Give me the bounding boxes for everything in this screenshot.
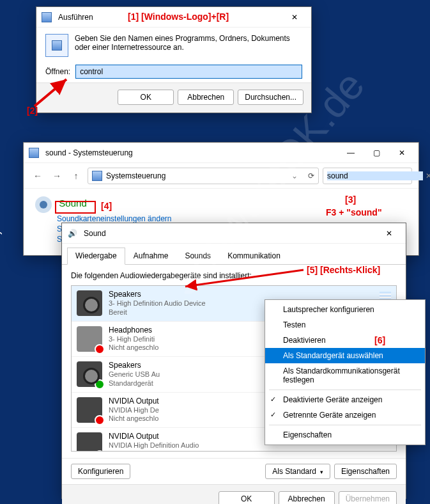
ctx-show-disconnected[interactable]: ✓Getrennte Geräte anzeigen xyxy=(265,407,425,423)
ctx-set-default-comm[interactable]: Als Standardkommunikationsgerät festlege… xyxy=(265,363,425,388)
cancel-button[interactable]: Abbrechen xyxy=(279,491,335,504)
tab-playback[interactable]: Wiedergabe xyxy=(67,248,125,265)
ctx-disable[interactable]: Deaktivieren xyxy=(265,333,425,348)
menu-separator xyxy=(269,425,421,425)
device-name: Speakers xyxy=(109,290,373,299)
run-title: Ausführen xyxy=(58,13,93,22)
menu-separator xyxy=(269,390,421,390)
cp-icon xyxy=(27,146,40,159)
check-icon: ✓ xyxy=(270,411,276,419)
run-titlebar[interactable]: Ausführen ✕ xyxy=(36,7,311,28)
chevron-down-icon[interactable]: ⌄ xyxy=(291,171,298,180)
properties-button[interactable]: Eigenschaften xyxy=(334,464,397,479)
cp-folder-icon xyxy=(92,171,102,181)
set-default-button[interactable]: Als Standard xyxy=(265,464,330,479)
open-label: Öffnen: xyxy=(45,67,70,76)
device-status: Nicht angeschlossen xyxy=(109,450,391,452)
speaker-icon xyxy=(77,290,102,316)
cp-navbar: ← → ↑ Systemsteuerung ⌄ ⟳ ✕ xyxy=(24,163,418,189)
check-icon: ✓ xyxy=(270,395,276,404)
tab-sounds[interactable]: Sounds xyxy=(176,248,219,265)
open-input[interactable] xyxy=(75,65,302,79)
search-input[interactable] xyxy=(327,171,423,180)
breadcrumb-text: Systemsteuerung xyxy=(106,171,165,180)
device-list-caption: Die folgenden Audiowiedergabegeräte sind… xyxy=(71,271,397,280)
browse-button[interactable]: Durchsuchen... xyxy=(238,90,303,105)
ctx-properties[interactable]: Eigenschaften xyxy=(265,427,425,443)
snd-tabs: Wiedergabe Aufnahme Sounds Kommunikation xyxy=(62,244,406,265)
ctx-show-disabled[interactable]: ✓Deaktivierte Geräte anzeigen xyxy=(265,392,425,407)
snd-title: Sound xyxy=(84,229,106,238)
speaker-category-icon xyxy=(35,196,52,213)
sound-sublink[interactable]: Soundkarteneinstellungen ändern xyxy=(57,214,407,223)
headphones-icon xyxy=(77,326,102,352)
tab-recording[interactable]: Aufnahme xyxy=(125,248,177,265)
ctx-configure-speaker[interactable]: Lautsprecher konfigurieren xyxy=(265,302,425,317)
close-icon[interactable]: ✕ xyxy=(282,8,307,26)
speaker-icon xyxy=(77,361,102,387)
ctx-test[interactable]: Testen xyxy=(265,317,425,333)
back-icon[interactable]: ← xyxy=(30,168,45,184)
run-icon xyxy=(40,11,53,24)
refresh-icon[interactable]: ⟳ xyxy=(308,171,314,180)
close-icon[interactable]: ✕ xyxy=(389,144,415,162)
ctx-set-default[interactable]: Als Standardgerät auswählen xyxy=(265,348,425,363)
ok-button[interactable]: OK xyxy=(219,491,275,504)
ok-button[interactable]: OK xyxy=(118,90,174,105)
configure-button[interactable]: Konfigurieren xyxy=(71,464,130,479)
breadcrumb[interactable]: Systemsteuerung ⌄ ⟳ xyxy=(88,168,319,184)
run-description: Geben Sie den Namen eines Programms, Ord… xyxy=(75,34,302,57)
sound-link[interactable]: Sound xyxy=(59,198,86,209)
cp-search[interactable]: ✕ xyxy=(323,168,412,184)
sound-dialog-icon: 🔊 xyxy=(66,227,79,240)
nvidia-output-icon xyxy=(77,432,102,452)
close-icon[interactable]: ✕ xyxy=(376,224,402,242)
minimize-icon[interactable]: — xyxy=(338,144,364,162)
watermark-side: www.SoftwareOK.de :-) xyxy=(0,230,3,363)
cp-titlebar[interactable]: sound - Systemsteuerung — ▢ ✕ xyxy=(24,143,418,163)
run-prompt-icon xyxy=(45,34,68,57)
forward-icon[interactable]: → xyxy=(49,168,65,184)
snd-titlebar[interactable]: 🔊 Sound ✕ xyxy=(62,223,406,244)
nvidia-output-icon xyxy=(77,397,102,423)
run-dialog: Ausführen ✕ Geben Sie den Namen eines Pr… xyxy=(36,6,312,113)
apply-button[interactable]: Übernehmen xyxy=(339,491,397,504)
context-menu: Lautsprecher konfigurieren Testen Deakti… xyxy=(265,299,426,445)
tab-communication[interactable]: Kommunikation xyxy=(219,248,289,265)
up-icon[interactable]: ↑ xyxy=(68,168,84,184)
maximize-icon[interactable]: ▢ xyxy=(364,144,389,162)
cancel-button[interactable]: Abbrechen xyxy=(178,90,234,105)
cp-title: sound - Systemsteuerung xyxy=(45,148,133,157)
clear-search-icon[interactable]: ✕ xyxy=(426,171,430,180)
